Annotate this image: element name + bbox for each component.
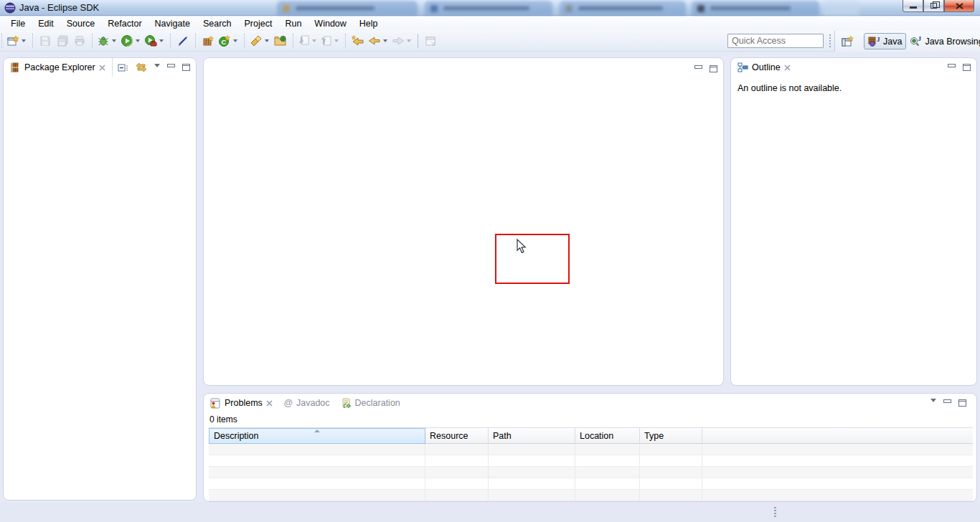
package-explorer-view: Package Explorer	[3, 57, 197, 500]
toolbar-separator	[293, 34, 293, 48]
problems-icon	[210, 398, 221, 409]
run-external-tools-button[interactable]	[143, 32, 166, 49]
problems-header: Problems @ Javadoc Declaration	[204, 394, 976, 412]
toolbar-separator	[1, 34, 2, 48]
menu-window[interactable]: Window	[308, 16, 352, 31]
menu-run[interactable]: Run	[278, 16, 308, 31]
background-browser-tab	[560, 1, 686, 16]
menu-search[interactable]: Search	[197, 16, 238, 31]
close-icon	[956, 3, 963, 9]
window-controls	[903, 0, 974, 12]
new-wizard-icon	[7, 35, 19, 47]
background-browser-tab	[824, 1, 859, 16]
tab-problems[interactable]: Problems	[204, 394, 278, 412]
minimize-window-button[interactable]	[903, 0, 923, 12]
window-title: Java - Eclipse SDK	[19, 2, 99, 13]
chevron-down-icon	[407, 39, 411, 42]
save-icon	[39, 35, 51, 47]
column-header-resource[interactable]: Resource	[425, 428, 489, 444]
debug-button[interactable]	[96, 32, 119, 49]
column-header-location[interactable]: Location	[575, 428, 640, 444]
tab-javadoc[interactable]: @ Javadoc	[278, 394, 335, 412]
toolbar-drag-handle[interactable]	[829, 34, 831, 47]
new-java-project-icon	[202, 35, 215, 47]
chevron-down-icon	[265, 39, 269, 42]
toolbar-separator	[418, 34, 418, 48]
close-package-explorer-button[interactable]	[99, 65, 105, 71]
close-window-button[interactable]	[944, 0, 974, 12]
maximize-view-icon[interactable]	[963, 64, 971, 71]
previous-annotation-button[interactable]	[319, 32, 341, 49]
print-icon	[74, 35, 85, 47]
menu-refactor[interactable]: Refactor	[101, 16, 148, 31]
close-outline-button[interactable]	[784, 65, 791, 71]
new-java-project-button[interactable]	[199, 32, 217, 49]
column-header-path[interactable]: Path	[489, 428, 575, 444]
chevron-down-icon	[383, 39, 387, 42]
menu-project[interactable]: Project	[238, 16, 279, 31]
toolbar-separator	[92, 34, 93, 48]
menu-source[interactable]: Source	[60, 16, 102, 31]
outline-icon	[738, 62, 748, 73]
java-perspective-icon: J	[868, 35, 880, 47]
view-menu-icon[interactable]	[154, 64, 160, 67]
declaration-icon	[341, 398, 352, 408]
restore-window-button[interactable]	[923, 0, 944, 12]
menu-edit[interactable]: Edit	[32, 16, 60, 31]
pencil-slash-button[interactable]	[174, 32, 192, 49]
outline-view: Outline An outline is not available.	[730, 57, 977, 386]
open-folder-button[interactable]	[272, 32, 289, 49]
minimize-view-icon[interactable]	[943, 399, 951, 403]
maximize-view-icon[interactable]	[182, 64, 190, 71]
debug-icon	[98, 35, 110, 47]
menu-file[interactable]: File	[4, 16, 32, 31]
search-button[interactable]	[248, 32, 272, 49]
svg-text:J: J	[918, 35, 922, 42]
tab-declaration[interactable]: Declaration	[335, 394, 405, 412]
link-with-editor-icon[interactable]	[136, 62, 147, 72]
perspective-java-button[interactable]: J Java	[864, 33, 906, 49]
maximize-view-icon[interactable]	[958, 399, 966, 407]
run-icon	[121, 34, 133, 47]
table-row	[209, 490, 973, 501]
run-button[interactable]	[119, 32, 143, 49]
menu-help[interactable]: Help	[353, 16, 385, 31]
toolbar-separator	[244, 34, 245, 48]
last-edit-location-button[interactable]	[349, 32, 367, 49]
save-button[interactable]	[37, 32, 54, 49]
forward-button[interactable]	[390, 32, 414, 49]
java-browsing-perspective-icon: J	[910, 35, 922, 47]
tab-outline[interactable]: Outline	[731, 58, 796, 77]
close-problems-button[interactable]	[266, 400, 273, 407]
toolbar-separator	[170, 34, 171, 48]
column-header-description[interactable]: Description	[209, 428, 425, 444]
open-perspective-button[interactable]	[839, 33, 857, 50]
title-bar[interactable]: Java - Eclipse SDK	[0, 0, 980, 16]
quick-access-input[interactable]	[727, 34, 824, 48]
minimize-view-icon[interactable]	[948, 64, 956, 67]
save-all-button[interactable]	[54, 32, 71, 49]
new-wizard-button[interactable]	[6, 32, 29, 49]
collapse-all-icon[interactable]	[118, 62, 128, 73]
maximize-view-icon[interactable]	[710, 65, 717, 72]
tab-edge	[112, 58, 113, 77]
view-menu-icon[interactable]	[930, 399, 936, 402]
print-button[interactable]	[71, 32, 88, 49]
pencil-slash-icon	[177, 35, 189, 47]
next-annotation-button[interactable]	[297, 32, 319, 49]
tab-package-explorer[interactable]: Package Explorer	[4, 58, 110, 77]
menu-navigate[interactable]: Navigate	[149, 16, 197, 31]
mouse-cursor-icon	[517, 239, 527, 254]
column-header-type[interactable]: Type	[640, 428, 702, 444]
chevron-down-icon	[334, 39, 339, 42]
editor-area[interactable]	[203, 57, 724, 386]
minimize-view-icon[interactable]	[167, 64, 175, 67]
minimize-view-icon[interactable]	[694, 65, 702, 69]
toolbar-separator	[32, 34, 33, 48]
menu-bar: File Edit Source Refactor Navigate Searc…	[0, 16, 980, 31]
perspective-java-browsing-button[interactable]: J Java Browsing	[906, 34, 980, 49]
status-drag-handle[interactable]	[774, 507, 776, 518]
back-button[interactable]	[367, 32, 390, 49]
editor-window-button[interactable]	[422, 32, 439, 49]
new-java-class-button[interactable]: C	[217, 32, 240, 49]
